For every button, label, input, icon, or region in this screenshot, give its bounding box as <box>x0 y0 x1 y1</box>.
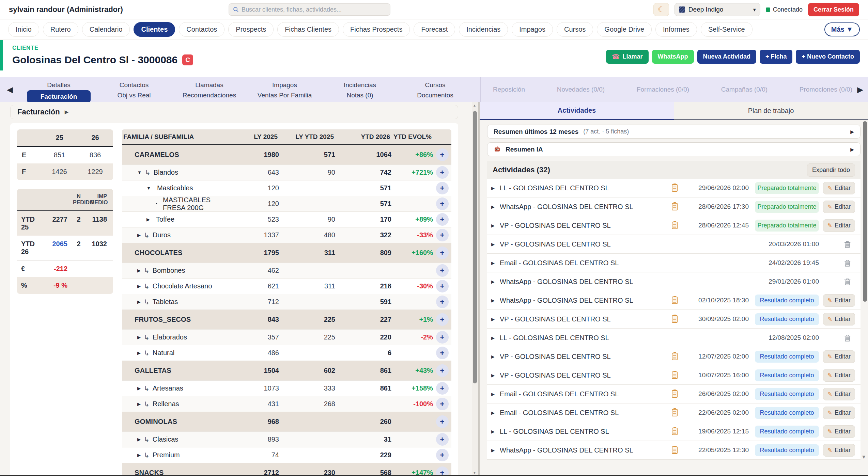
call-button[interactable]: ☎ Llamar <box>606 50 649 64</box>
client-subtab-disabled[interactable]: Campañas (0/0) <box>721 86 768 93</box>
edit-button[interactable]: ✎ Editar <box>823 313 855 326</box>
activity-row[interactable]: ▶ LL - GOLOSINAS DEL CENTRO SL 29/06/202… <box>487 179 861 197</box>
familia-table-row[interactable]: ▶ ↳ Clasicas 893 31 + <box>122 432 451 447</box>
familia-table-row[interactable]: ▶ ↳ Rellenas 431 268 -100% + <box>122 396 451 412</box>
familia-table-row[interactable]: ▶ ↳ Artesanas 1073 333 861 +158% + <box>122 381 451 396</box>
nav-tab[interactable]: Calendario <box>82 22 130 37</box>
expand-caret-icon[interactable]: ▶ <box>491 298 495 303</box>
add-row-button[interactable]: + <box>436 347 449 359</box>
expand-arrow-icon[interactable]: ▶ <box>137 437 141 442</box>
facturacion-section-header[interactable]: Facturación ▶ <box>10 105 458 119</box>
familia-table-row[interactable]: FRUTOS_SECOS 843 225 227 +1% + <box>122 310 451 330</box>
edit-button[interactable]: ✎ Editar <box>823 407 855 419</box>
add-row-button[interactable]: + <box>436 264 449 277</box>
scrollbar-thumb[interactable] <box>863 121 867 302</box>
familia-table-row[interactable]: ▶ ↳ Natural 486 6 + <box>122 345 451 361</box>
theme-select[interactable]: Deep Indigo ▾ <box>675 3 760 16</box>
scrollbar-thumb[interactable] <box>473 111 477 383</box>
new-contact-button[interactable]: + Nuevo Contacto <box>796 50 860 64</box>
expand-caret-icon[interactable]: ▶ <box>491 410 495 415</box>
edit-button[interactable]: ✎ Editar <box>823 425 855 438</box>
familia-table-row[interactable]: SNACKS 2712 230 568 +147% + <box>122 463 451 476</box>
expand-caret-icon[interactable]: ▶ <box>491 223 495 228</box>
nav-tab[interactable]: Fichas Prospects <box>343 22 410 37</box>
more-button[interactable]: Más ▼ <box>824 22 860 36</box>
client-subtab[interactable]: Facturación <box>21 90 96 103</box>
familia-table-row[interactable]: ▶ ↳ Tabletas 712 591 + <box>122 294 451 310</box>
familia-table-row[interactable]: CARAMELOS 1980 571 1064 +86% + <box>122 145 451 165</box>
nav-tab[interactable]: Prospects <box>228 22 274 37</box>
activity-row[interactable]: ▶ VP - GOLOSINAS DEL CENTRO SL 20/03/202… <box>487 235 861 254</box>
resumen-12-meses-bar[interactable]: Resumen últimos 12 meses (7 act. · 5 fic… <box>487 125 861 139</box>
tab-actividades[interactable]: Actividades <box>480 102 674 120</box>
expand-arrow-icon[interactable]: ▼ <box>137 170 142 175</box>
familia-table-row[interactable]: ▶ Toffee 523 90 170 +89% + <box>122 212 451 227</box>
dark-mode-toggle[interactable]: ☾ <box>653 3 669 16</box>
add-row-button[interactable]: + <box>436 148 449 161</box>
add-row-button[interactable]: + <box>436 296 449 308</box>
client-subtab[interactable]: Recomendaciones <box>172 90 247 103</box>
expand-arrow-icon[interactable]: ▶ <box>137 335 141 340</box>
client-subtab[interactable]: Cursos <box>398 80 473 90</box>
add-row-button[interactable]: + <box>436 466 449 476</box>
client-subtab[interactable]: Detalles <box>21 80 96 90</box>
familia-table-row[interactable]: ▶ ↳ Duros 1337 480 322 -33% + <box>122 227 451 243</box>
add-row-button[interactable]: + <box>436 433 449 446</box>
scroll-down-icon[interactable]: ▼ <box>473 471 476 475</box>
activity-row[interactable]: ▶ WhatsApp - GOLOSINAS DEL CENTRO SL 28/… <box>487 197 861 216</box>
familia-table-row[interactable]: GOMINOLAS 968 260 + <box>122 412 451 432</box>
client-subtab[interactable]: Contactos <box>96 80 172 90</box>
left-panel-scrollbar[interactable]: ▲ ▼ <box>472 102 478 476</box>
scroll-down-icon[interactable]: ▼ <box>861 454 866 460</box>
trash-icon[interactable] <box>844 334 851 342</box>
client-subtab[interactable]: Ventas Por Familia <box>247 90 322 103</box>
familia-table-row[interactable]: ▶ ↳ Chocolate Artesano 621 311 218 -30% … <box>122 279 451 294</box>
activity-row[interactable]: ▶ VP - GOLOSINAS DEL CENTRO SL 10/07/202… <box>487 366 861 385</box>
nav-tab[interactable]: Contactos <box>179 22 224 37</box>
add-ficha-button[interactable]: + Ficha <box>760 50 793 64</box>
add-row-button[interactable]: + <box>436 280 449 292</box>
expand-caret-icon[interactable]: ▶ <box>491 373 495 378</box>
right-panel-scrollbar[interactable] <box>863 120 867 474</box>
expand-arrow-icon[interactable]: ▶ <box>137 453 141 458</box>
expand-caret-icon[interactable]: ▶ <box>491 392 495 397</box>
nav-tab[interactable]: Impagos <box>512 22 553 37</box>
add-row-button[interactable]: + <box>436 197 449 210</box>
edit-button[interactable]: ✎ Editar <box>823 388 855 400</box>
familia-table-row[interactable]: ▼ ↳ Blandos 643 90 742 +721% + <box>122 165 451 180</box>
client-subtab[interactable]: Impagos <box>247 80 322 90</box>
scroll-up-icon[interactable]: ▲ <box>473 104 476 107</box>
client-subtab-disabled[interactable]: Reposición <box>493 86 525 93</box>
expand-arrow-icon[interactable]: ▶ <box>137 268 141 273</box>
nav-tab[interactable]: Inicio <box>8 22 39 37</box>
add-row-button[interactable]: + <box>436 449 449 461</box>
expand-arrow-icon[interactable]: ▶ <box>137 350 141 355</box>
add-row-button[interactable]: + <box>436 331 449 344</box>
client-subtab-disabled[interactable]: Promociones (0/0) <box>800 86 852 93</box>
client-subtab[interactable]: Llamadas <box>172 80 247 90</box>
nav-tab[interactable]: Forecast <box>414 22 455 37</box>
familia-table-row[interactable]: ▶ ↳ Bombones 462 + <box>122 263 451 279</box>
add-row-button[interactable]: + <box>436 398 449 410</box>
familia-table-row[interactable]: CHOCOLATES 1795 311 809 +160% + <box>122 243 451 263</box>
trash-icon[interactable] <box>844 278 851 286</box>
scroll-tabs-left-icon[interactable]: ◀ <box>7 85 13 94</box>
activity-row[interactable]: ▶ WhatsApp - GOLOSINAS DEL CENTRO SL 02/… <box>487 291 861 310</box>
add-row-button[interactable]: + <box>436 229 449 241</box>
expand-all-button[interactable]: Expandir todo <box>807 163 855 177</box>
expand-arrow-icon[interactable]: ▶ <box>137 233 141 238</box>
activity-row[interactable]: ▶ VP - GOLOSINAS DEL CENTRO SL 30/09/202… <box>487 310 861 329</box>
edit-button[interactable]: ✎ Editar <box>823 219 855 232</box>
edit-button[interactable]: ✎ Editar <box>823 369 855 382</box>
expand-caret-icon[interactable]: ▶ <box>491 317 495 322</box>
expand-caret-icon[interactable]: ▶ <box>491 260 495 266</box>
client-subtab[interactable]: Obj vs Real <box>96 90 172 103</box>
expand-caret-icon[interactable]: ▶ <box>491 354 495 359</box>
expand-arrow-icon[interactable]: ▶ <box>137 284 141 289</box>
edit-button[interactable]: ✎ Editar <box>823 182 855 194</box>
expand-caret-icon[interactable]: ▶ <box>491 204 495 209</box>
familia-table-row[interactable]: GALLETAS 1504 602 861 +43% + <box>122 361 451 381</box>
activity-row[interactable]: ▶ Email - GOLOSINAS DEL CENTRO SL 22/06/… <box>487 403 861 422</box>
tab-plan-de-trabajo[interactable]: Plan de trabajo <box>674 102 868 120</box>
trash-icon[interactable] <box>844 259 851 267</box>
